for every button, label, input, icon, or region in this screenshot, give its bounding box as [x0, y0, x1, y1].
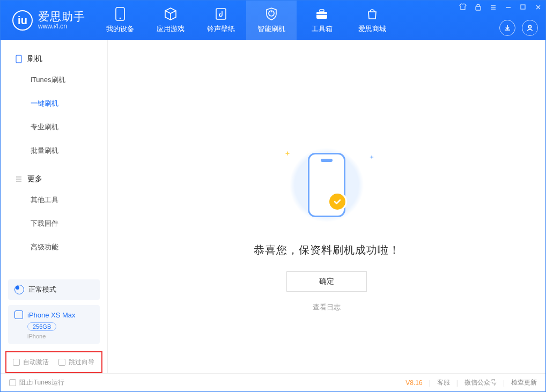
svg-rect-3: [316, 12, 327, 19]
sparkle-icon: [370, 155, 374, 159]
mode-indicator[interactable]: 正常模式: [8, 279, 100, 300]
sidebar-item-oneclick-flash[interactable]: 一键刷机: [1, 92, 107, 115]
nav-store[interactable]: 爱思商城: [347, 1, 397, 40]
nav-my-device[interactable]: 我的设备: [95, 1, 145, 40]
check-badge-icon: [328, 192, 347, 211]
check-update-link[interactable]: 检查更新: [511, 378, 537, 387]
device-capacity: 256GB: [27, 322, 56, 331]
svg-rect-6: [476, 6, 481, 10]
svg-rect-9: [16, 55, 21, 63]
body: 刷机 iTunes刷机 一键刷机 专业刷机 批量刷机 更多 其他工具 下载固件 …: [1, 40, 545, 373]
logo-icon: iu: [12, 10, 33, 31]
phone-icon: [308, 153, 345, 217]
device-name: iPhone XS Max: [27, 311, 76, 319]
download-button[interactable]: [499, 20, 515, 36]
sidebar-item-download-firmware[interactable]: 下载固件: [1, 212, 107, 235]
bag-icon: [365, 7, 379, 21]
view-log-link[interactable]: 查看日志: [313, 302, 341, 312]
header: iu 爱思助手 www.i4.cn 我的设备 应用游戏 铃声壁纸 智能刷机: [1, 1, 545, 40]
phone-icon: [14, 55, 23, 63]
shield-icon: [264, 7, 278, 21]
support-link[interactable]: 客服: [437, 378, 450, 387]
nav-apps[interactable]: 应用游戏: [145, 1, 196, 40]
lock-icon[interactable]: [474, 3, 482, 11]
app-domain: www.i4.cn: [38, 23, 85, 31]
sidebar-item-other-tools[interactable]: 其他工具: [1, 188, 107, 212]
checkbox-block-itunes[interactable]: 阻止iTunes运行: [9, 378, 64, 387]
wechat-link[interactable]: 微信公众号: [464, 378, 497, 387]
sidebar-item-itunes-flash[interactable]: iTunes刷机: [1, 68, 107, 92]
nav-toolbox[interactable]: 工具箱: [297, 1, 347, 40]
success-illustration: [289, 147, 364, 223]
maximize-button[interactable]: [519, 3, 527, 11]
ok-button[interactable]: 确定: [286, 271, 367, 292]
device-phone-icon: [14, 310, 23, 319]
device-type: iPhone: [27, 333, 93, 339]
sparkle-icon: [285, 151, 289, 155]
svg-rect-2: [216, 9, 226, 19]
top-nav: 我的设备 应用游戏 铃声壁纸 智能刷机 工具箱 爱思商城: [95, 1, 397, 40]
checkbox-skip-guide[interactable]: 跳过向导: [58, 358, 94, 367]
sidebar: 刷机 iTunes刷机 一键刷机 专业刷机 批量刷机 更多 其他工具 下载固件 …: [1, 40, 108, 373]
sidebar-item-batch-flash[interactable]: 批量刷机: [1, 139, 107, 162]
highlighted-options: 自动激活 跳过向导: [5, 351, 102, 373]
logo[interactable]: iu 爱思助手 www.i4.cn: [1, 1, 95, 40]
toolbox-icon: [315, 7, 329, 21]
main-pane: 恭喜您，保资料刷机成功啦！ 确定 查看日志: [108, 40, 545, 373]
svg-rect-4: [320, 10, 324, 12]
sidebar-section-more[interactable]: 更多: [1, 170, 107, 188]
menu-lines-icon: [14, 175, 23, 183]
user-button[interactable]: [522, 20, 538, 36]
device-icon: [113, 7, 127, 21]
mode-icon: [14, 285, 24, 294]
app-name: 爱思助手: [38, 10, 85, 23]
menu-icon[interactable]: [489, 3, 497, 11]
nav-flash[interactable]: 智能刷机: [246, 1, 297, 40]
success-message: 恭喜您，保资料刷机成功啦！: [254, 243, 400, 257]
svg-rect-5: [316, 14, 327, 15]
checkbox-auto-activate[interactable]: 自动激活: [13, 358, 49, 367]
window-controls: [459, 3, 542, 11]
sidebar-item-pro-flash[interactable]: 专业刷机: [1, 115, 107, 139]
music-icon: [214, 7, 228, 21]
svg-rect-7: [521, 5, 525, 9]
minimize-button[interactable]: [504, 3, 512, 11]
tshirt-icon[interactable]: [459, 3, 467, 11]
sidebar-section-flash[interactable]: 刷机: [1, 50, 107, 68]
close-button[interactable]: [534, 3, 542, 11]
sidebar-item-advanced[interactable]: 高级功能: [1, 235, 107, 259]
sidebar-bottom: 正常模式 iPhone XS Max 256GB iPhone 自动激活 跳过向…: [1, 279, 107, 373]
nav-ringtones[interactable]: 铃声壁纸: [196, 1, 246, 40]
cube-icon: [164, 7, 178, 21]
footer: 阻止iTunes运行 V8.16 | 客服 | 微信公众号 | 检查更新: [1, 373, 545, 391]
app-window: iu 爱思助手 www.i4.cn 我的设备 应用游戏 铃声壁纸 智能刷机: [0, 0, 546, 392]
device-card[interactable]: iPhone XS Max 256GB iPhone: [8, 305, 100, 344]
svg-point-1: [120, 18, 121, 19]
version-label: V8.16: [405, 379, 422, 387]
svg-point-8: [528, 25, 531, 28]
